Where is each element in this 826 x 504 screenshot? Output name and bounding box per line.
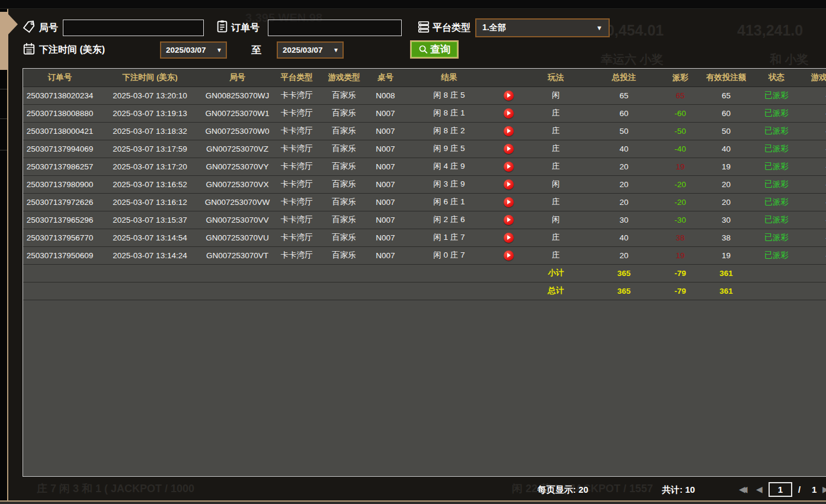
cell-valid: 19	[701, 158, 751, 175]
cell-replay	[494, 193, 523, 211]
next-page-icon[interactable]: ▶	[822, 484, 826, 494]
replay-button[interactable]	[504, 91, 514, 101]
table-row: 2503071380088802025-03-07 13:19:13GN0072…	[23, 104, 826, 122]
platform-stack-icon	[417, 20, 430, 33]
bet-time-label: 下注时间 (美东)	[39, 44, 105, 56]
cell-valid: 40	[701, 140, 751, 158]
replay-button[interactable]	[504, 179, 514, 190]
cell-platform: 卡卡湾厅	[271, 104, 322, 122]
cell-game: 百家乐	[322, 122, 366, 140]
replay-button[interactable]	[504, 162, 514, 172]
side-tab[interactable]	[0, 12, 8, 70]
cell-order: 250307137950609	[23, 246, 97, 264]
cell-replay	[494, 158, 523, 175]
cell-game	[322, 264, 366, 282]
query-button[interactable]: 查询	[410, 40, 459, 59]
page-number-input[interactable]	[769, 482, 792, 497]
col-valid-bet: 有效投注额	[701, 69, 751, 86]
ghost-text: 413,241.0	[737, 22, 803, 39]
cell-valid: 361	[701, 264, 751, 282]
play-icon	[507, 217, 511, 222]
cell-extra: -	[802, 104, 826, 122]
table-row: 2503071379726262025-03-07 13:16:12GN0072…	[23, 193, 826, 211]
cell-platform	[271, 264, 322, 282]
cell-bet: 40	[588, 140, 659, 158]
platform-type-select[interactable]: 1.全部 ▼	[475, 18, 610, 37]
background-bottom-strip	[0, 502, 826, 504]
table-row: 2503071379567702025-03-07 13:14:54GN0072…	[23, 229, 826, 246]
replay-button[interactable]	[504, 126, 514, 136]
cell-result: 闲 3 庄 9	[405, 175, 494, 193]
cell-order: 250307137972626	[23, 193, 97, 211]
col-order-no: 订单号	[23, 69, 97, 86]
cell-valid: 30	[701, 211, 751, 229]
cell-result: 闲 2 庄 6	[405, 211, 494, 229]
cell-extra: -	[802, 246, 826, 264]
cell-result: 闲 8 庄 2	[405, 122, 494, 140]
ghost-text: 和 小奖	[770, 52, 809, 68]
cell-game: 百家乐	[322, 229, 366, 246]
date-to-select[interactable]: 2025/03/07 ▼	[277, 41, 344, 59]
cell-platform: 卡卡湾厅	[271, 122, 322, 140]
cell-order: 250307138020234	[23, 86, 97, 104]
cell-bet: 20	[588, 175, 659, 193]
date-from-select[interactable]: 2025/03/07 ▼	[160, 41, 227, 59]
replay-button[interactable]	[504, 144, 514, 154]
col-table-no: 桌号	[366, 69, 405, 86]
cell-tbl: N007	[366, 211, 405, 229]
cell-platform: 卡卡湾厅	[271, 140, 322, 158]
replay-button[interactable]	[504, 215, 514, 225]
cell-bet_type: 庄	[523, 158, 588, 175]
table-row: 2503071380004212025-03-07 13:18:32GN0072…	[23, 122, 826, 140]
round-no-input[interactable]	[63, 20, 204, 36]
cell-valid: 50	[701, 122, 751, 140]
replay-button[interactable]	[504, 233, 514, 243]
cell-platform: 卡卡湾厅	[271, 86, 322, 104]
order-no-input[interactable]	[268, 20, 402, 36]
chevron-down-icon: ▼	[596, 24, 609, 31]
total-count-text: 共计: 10	[662, 484, 695, 496]
play-icon	[507, 129, 511, 133]
cell-valid: 361	[701, 282, 751, 300]
play-icon	[507, 164, 511, 169]
prev-page-icon[interactable]: ◀	[756, 484, 763, 494]
cell-order	[23, 264, 97, 282]
cell-bet_type: 庄	[523, 122, 588, 140]
cell-game: 百家乐	[322, 175, 366, 193]
cell-payout: 65	[659, 86, 701, 104]
replay-button[interactable]	[504, 197, 514, 207]
cell-bet: 60	[588, 104, 659, 122]
cell-valid: 20	[701, 193, 751, 211]
cell-game	[322, 282, 366, 300]
cell-bet_type: 庄	[523, 229, 588, 246]
cell-bet_type: 小计	[523, 264, 588, 282]
cell-bet_type: 庄	[523, 246, 588, 264]
side-tab-arrow-icon[interactable]	[8, 14, 18, 34]
cell-time: 2025-03-07 13:17:20	[97, 158, 203, 175]
to-label: 至	[251, 43, 261, 57]
cell-platform: 卡卡湾厅	[271, 175, 322, 193]
cell-result: 闲 9 庄 5	[405, 140, 494, 158]
cell-bet: 20	[588, 193, 659, 211]
cell-replay	[494, 86, 523, 104]
cell-status	[751, 264, 802, 282]
table-row: 2503071379652962025-03-07 13:15:37GN0072…	[23, 211, 826, 229]
cell-round: GN008253070WJ	[203, 86, 271, 104]
first-page-icon[interactable]: ◀◀	[739, 484, 744, 494]
cell-time: 2025-03-07 13:18:32	[97, 122, 203, 140]
cell-platform: 卡卡湾厅	[271, 158, 322, 175]
cell-time: 2025-03-07 13:17:59	[97, 140, 203, 158]
page-count: 1	[812, 484, 817, 495]
cell-time: 2025-03-07 13:19:13	[97, 104, 203, 122]
cell-time: 2025-03-07 13:14:54	[97, 229, 203, 246]
cell-valid: 19	[701, 246, 751, 264]
replay-button[interactable]	[504, 251, 514, 261]
replay-button[interactable]	[504, 108, 514, 118]
cell-platform: 卡卡湾厅	[271, 211, 322, 229]
cell-bet_type: 闲	[523, 175, 588, 193]
cell-round: GN007253070VW	[203, 193, 271, 211]
results-table: 订单号 下注时间 (美东) 局号 平台类型 游戏类型 桌号 结果 玩法 总投注 …	[23, 68, 826, 477]
cell-round: GN007253070W1	[203, 104, 271, 122]
cell-round: GN007253070VZ	[203, 140, 271, 158]
cell-result: 闲 4 庄 9	[405, 158, 494, 175]
